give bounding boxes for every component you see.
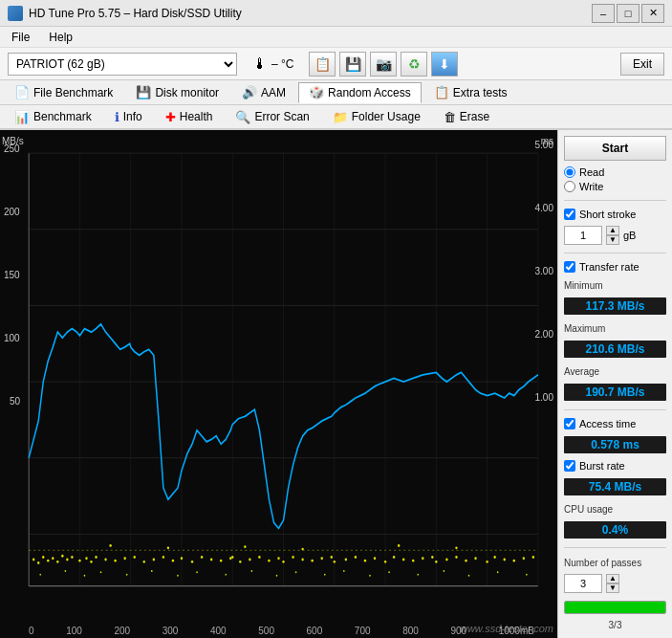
close-button[interactable]: ✕ <box>641 4 664 23</box>
toolbar-icons: 📋 💾 📷 ♻ ⬇ <box>309 52 458 77</box>
minimum-label: Minimum <box>564 280 666 291</box>
svg-point-97 <box>324 574 326 576</box>
svg-point-91 <box>177 575 179 577</box>
passes-spin-down[interactable]: ▼ <box>606 583 619 593</box>
toolbar-icon-5[interactable]: ⬇ <box>431 52 458 77</box>
svg-point-100 <box>388 571 390 573</box>
short-stroke-checkbox[interactable] <box>564 209 575 220</box>
watermark: www.ssd-tester.com <box>460 623 553 634</box>
svg-point-83 <box>398 544 400 547</box>
transfer-rate-checkbox-label[interactable]: Transfer rate <box>564 261 666 273</box>
tab-disk-monitor[interactable]: 💾 Disk monitor <box>125 82 229 103</box>
burst-rate-checkbox-label[interactable]: Burst rate <box>564 460 666 472</box>
svg-point-87 <box>84 575 86 577</box>
burst-rate-label: Burst rate <box>579 460 625 472</box>
short-stroke-unit: gB <box>623 230 636 241</box>
write-radio-label[interactable]: Write <box>564 181 666 192</box>
cpu-usage-value: 0.4% <box>564 521 666 539</box>
tab-file-benchmark[interactable]: 📄 File Benchmark <box>4 82 123 103</box>
svg-point-53 <box>301 558 303 561</box>
right-panel: Start Read Write Short stroke ▲ ▼ gB <box>557 130 672 638</box>
transfer-rate-checkbox[interactable] <box>564 261 575 273</box>
burst-rate-checkbox[interactable] <box>564 460 575 472</box>
write-radio[interactable] <box>564 181 575 192</box>
number-of-passes-label: Number of passes <box>564 558 666 568</box>
window-title: HD Tune Pro 5.75 – Hard Disk/SSD Utility <box>29 7 242 20</box>
menu-help[interactable]: Help <box>41 29 80 46</box>
svg-point-26 <box>71 556 73 559</box>
toolbar-icon-3[interactable]: 📷 <box>370 52 397 77</box>
y-50: 50 <box>10 396 20 407</box>
tab-info-label: Info <box>123 110 142 123</box>
tab-folder-usage-label: Folder Usage <box>352 110 421 123</box>
exit-button[interactable]: Exit <box>620 53 664 76</box>
tab-benchmark[interactable]: 📊 Benchmark <box>4 106 102 127</box>
burst-rate-value: 75.4 MB/s <box>564 478 666 495</box>
tab-info[interactable]: ℹ Info <box>104 106 153 127</box>
toolbar-icon-1[interactable]: 📋 <box>309 52 336 77</box>
tab-random-access[interactable]: 🎲 Random Access <box>298 82 422 103</box>
start-button[interactable]: Start <box>564 136 666 161</box>
progress-bar-inner <box>565 602 665 613</box>
short-stroke-spin-down[interactable]: ▼ <box>606 235 619 245</box>
error-scan-icon: 🔍 <box>235 110 250 124</box>
y-150: 150 <box>4 270 20 280</box>
short-stroke-spinbox-row: ▲ ▼ gB <box>564 226 666 245</box>
access-time-checkbox[interactable] <box>564 418 575 429</box>
info-icon: ℹ <box>115 110 119 124</box>
svg-point-63 <box>393 556 395 559</box>
svg-point-94 <box>251 570 253 572</box>
chart-area: MB/s 250 200 150 100 50 ms 5.00 4.00 3.0… <box>0 130 557 638</box>
svg-point-51 <box>282 561 284 563</box>
passes-spinbox[interactable] <box>564 574 602 593</box>
short-stroke-checkbox-label[interactable]: Short stroke <box>564 209 666 220</box>
svg-point-22 <box>52 557 54 560</box>
short-stroke-label: Short stroke <box>579 209 636 220</box>
tab-extra-tests[interactable]: 📋 Extra tests <box>423 82 518 103</box>
svg-point-79 <box>109 544 111 547</box>
divider-3 <box>564 409 666 410</box>
x-0: 0 <box>29 626 34 636</box>
tab-aam-label: AAM <box>261 86 286 99</box>
tab-extra-tests-label: Extra tests <box>453 86 508 99</box>
y-200: 200 <box>4 207 20 217</box>
read-radio-label[interactable]: Read <box>564 166 666 178</box>
read-radio[interactable] <box>564 166 575 178</box>
tab-health[interactable]: ✚ Health <box>155 106 224 127</box>
tab-folder-usage[interactable]: 📁 Folder Usage <box>322 106 431 127</box>
svg-point-30 <box>95 556 97 559</box>
minimum-value: 117.3 MB/s <box>564 297 666 315</box>
toolbar-icon-4[interactable]: ♻ <box>401 52 427 77</box>
svg-point-31 <box>104 558 106 561</box>
svg-point-71 <box>465 560 466 562</box>
passes-spin-up[interactable]: ▲ <box>606 574 619 583</box>
svg-point-64 <box>402 558 404 561</box>
short-stroke-spin-buttons: ▲ ▼ <box>606 226 619 245</box>
tab-error-scan[interactable]: 🔍 Error Scan <box>225 106 319 127</box>
svg-point-37 <box>163 556 164 559</box>
divider-4 <box>564 547 666 548</box>
y-100: 100 <box>4 333 20 343</box>
y-right-1: 1.00 <box>535 392 553 403</box>
maximize-button[interactable]: □ <box>617 4 639 23</box>
x-600: 600 <box>307 626 323 636</box>
svg-point-96 <box>295 571 297 573</box>
read-write-radio-group: Read Write <box>564 166 666 192</box>
tab-aam[interactable]: 🔊 AAM <box>231 82 296 103</box>
access-time-label: Access time <box>579 418 636 429</box>
access-time-checkbox-label[interactable]: Access time <box>564 418 666 429</box>
minimize-button[interactable]: – <box>592 4 615 23</box>
tab-file-benchmark-label: File Benchmark <box>33 86 113 99</box>
extra-tests-icon: 📋 <box>434 85 449 99</box>
svg-point-29 <box>90 561 92 563</box>
drive-select[interactable]: PATRIOT (62 gB) <box>8 53 237 76</box>
toolbar-icon-2[interactable]: 💾 <box>339 52 366 77</box>
x-axis-labels: 0 100 200 300 400 500 600 700 800 900 10… <box>29 626 534 636</box>
svg-point-38 <box>172 560 174 562</box>
short-stroke-spinbox[interactable] <box>564 226 602 245</box>
menu-file[interactable]: File <box>4 29 37 46</box>
tab-erase[interactable]: 🗑 Erase <box>433 106 500 127</box>
write-label: Write <box>579 181 603 192</box>
svg-point-86 <box>65 570 67 572</box>
short-stroke-spin-up[interactable]: ▲ <box>606 226 619 235</box>
